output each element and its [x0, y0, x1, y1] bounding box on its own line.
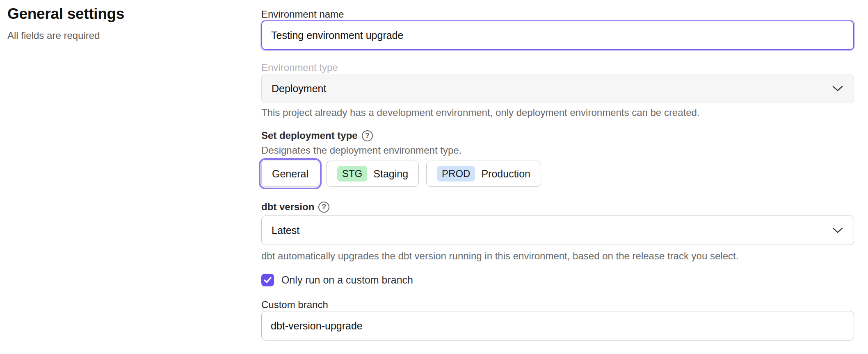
environment-settings-form: Environment name Environment type Deploy… — [261, 0, 854, 340]
dbt-version-label: dbt version ? — [261, 201, 854, 213]
page-subtitle: All fields are required — [7, 30, 245, 42]
page-title: General settings — [7, 4, 245, 24]
settings-header: General settings All fields are required — [7, 4, 245, 42]
custom-branch-label: Custom branch — [261, 299, 854, 311]
custom-branch-toggle-row: Only run on a custom branch — [261, 274, 854, 286]
deployment-type-options: General STG Staging PROD Production — [261, 161, 854, 187]
help-icon[interactable]: ? — [362, 130, 373, 141]
custom-branch-checkbox[interactable] — [261, 274, 274, 286]
dbt-version-select[interactable]: Latest — [261, 216, 854, 245]
deployment-type-description: Designates the deployment environment ty… — [261, 144, 854, 157]
chevron-down-icon — [832, 227, 843, 234]
custom-branch-toggle-label[interactable]: Only run on a custom branch — [281, 274, 413, 286]
production-badge: PROD — [437, 166, 475, 182]
environment-type-select: Deployment — [261, 74, 854, 103]
staging-badge: STG — [337, 166, 367, 182]
custom-branch-input[interactable] — [261, 311, 854, 340]
environment-type-helper: This project already has a development e… — [261, 107, 854, 119]
environment-name-label: Environment name — [261, 8, 854, 20]
environment-type-label: Environment type — [261, 61, 854, 74]
dbt-version-value: Latest — [272, 225, 299, 236]
dbt-version-helper: dbt automatically upgrades the dbt versi… — [261, 250, 854, 262]
environment-name-input[interactable] — [261, 20, 854, 50]
environment-type-value: Deployment — [272, 83, 326, 95]
chevron-down-icon — [832, 85, 843, 92]
deployment-type-label: Set deployment type ? — [261, 129, 854, 142]
deployment-type-production-button[interactable]: PROD Production — [426, 161, 541, 187]
help-icon[interactable]: ? — [318, 202, 329, 213]
deployment-type-staging-button[interactable]: STG Staging — [327, 161, 419, 187]
checkmark-icon — [264, 277, 272, 283]
deployment-type-general-button[interactable]: General — [261, 161, 319, 187]
